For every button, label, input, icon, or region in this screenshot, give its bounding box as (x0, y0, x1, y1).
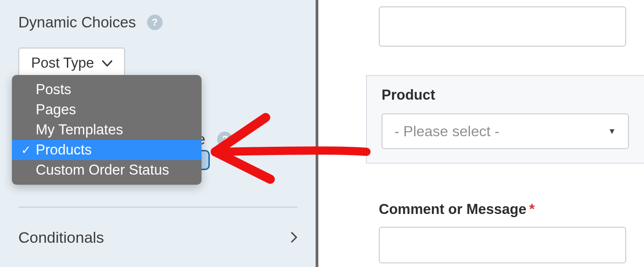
product-label: Product (382, 87, 644, 103)
help-icon[interactable]: ? (217, 132, 233, 147)
section-divider (18, 207, 297, 208)
comment-label: Comment or Message (379, 201, 526, 217)
dropdown-item-custom-order-status[interactable]: Custom Order Status (12, 160, 202, 180)
product-select[interactable]: - Please select - ▼ (382, 113, 629, 149)
product-select-placeholder: - Please select - (394, 123, 499, 140)
chevron-down-icon (102, 57, 112, 69)
dropdown-item-posts[interactable]: Posts (12, 80, 202, 100)
product-field-block: Product - Please select - ▼ (366, 75, 644, 164)
check-icon: ✓ (16, 143, 36, 157)
post-type-dropdown: Posts Pages My Templates ✓ Products Cust… (12, 75, 202, 185)
chevron-right-icon (291, 229, 297, 246)
triangle-down-icon: ▼ (608, 127, 616, 136)
text-input[interactable] (379, 6, 626, 47)
select-label: Post Type (31, 55, 94, 71)
dropdown-item-label: Pages (36, 101, 76, 118)
dynamic-choices-label: Dynamic Choices (18, 14, 136, 31)
dropdown-item-label: Custom Order Status (36, 162, 169, 178)
dropdown-item-products[interactable]: ✓ Products (12, 140, 202, 160)
post-type-select[interactable]: Post Type (18, 48, 125, 79)
dropdown-item-label: My Templates (36, 122, 123, 138)
required-mark: * (529, 201, 535, 217)
dropdown-item-label: Products (36, 142, 92, 158)
conditionals-label: Conditionals (18, 229, 104, 246)
dropdown-item-pages[interactable]: Pages (12, 100, 202, 120)
dropdown-item-label: Posts (36, 81, 71, 98)
comment-textarea[interactable] (379, 227, 626, 263)
dropdown-item-my-templates[interactable]: My Templates (12, 120, 202, 140)
help-icon[interactable]: ? (147, 15, 163, 30)
conditionals-row[interactable]: Conditionals (18, 229, 297, 246)
